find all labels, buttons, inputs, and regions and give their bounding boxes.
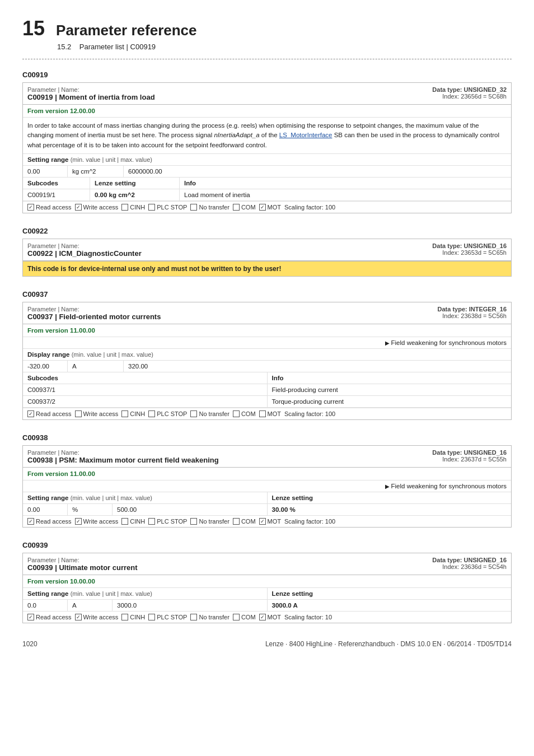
c00938-left: Setting range (min. value | unit | max. …: [23, 492, 268, 515]
c00919-datatype: Data type: UNSIGNED_32: [432, 86, 507, 93]
c00939-setting-range: Setting range (min. value | unit | max. …: [23, 588, 267, 600]
divider: [22, 59, 512, 59]
cb-cinh-c00939: CINH: [121, 614, 145, 620]
c00938-field-weakening: Field weakening for synchronous motors: [23, 480, 511, 492]
c00938-unit: %: [68, 504, 113, 515]
setting-range-parts: (min. value | unit | max. value): [71, 156, 152, 163]
info-header: Info: [180, 178, 511, 189]
c00937-name: C00937 | Field-oriented motor currents: [27, 312, 161, 321]
subtitle-text: Parameter list | C00919: [79, 43, 156, 51]
c00937-subcode-row-1: C00937/1 Field-producing current: [23, 384, 511, 396]
c00937-subcode-2: C00937/2: [23, 396, 268, 407]
page-subtitle: 15.2 Parameter list | C00919: [57, 43, 512, 51]
setting-range-parts-c00938: (min. value | unit | max. value): [71, 494, 152, 501]
field-weakening-link-c00938[interactable]: Field weakening for synchronous motors: [385, 483, 507, 489]
c00938-range-row: 0.00 % 500.00: [23, 504, 267, 515]
cb-cinh-c00937: CINH: [121, 410, 145, 417]
c00937-version-text: From version 11.00.00: [27, 327, 95, 334]
param-name-label-c00937: Parameter | Name:: [27, 306, 161, 312]
setting-range-label: Setting range: [27, 156, 68, 163]
field-weakening-link-c00937[interactable]: Field weakening for synchronous motors: [385, 339, 507, 346]
cb-write-access-c00938: ✓ Write access: [75, 518, 119, 525]
c00939-lenze-label: Lenze setting: [268, 588, 512, 600]
c00938-meta: Data type: UNSIGNED_16 Index: 23637d = 5…: [432, 449, 507, 463]
c00939-datatype: Data type: UNSIGNED_16: [432, 557, 507, 563]
scaling-factor-c00939: Scaling factor: 10: [284, 614, 332, 620]
param-block-c00937: Parameter | Name: C00937 | Field-oriente…: [22, 302, 512, 420]
c00919-subcode: C00919/1: [23, 189, 90, 200]
c00938-min: 0.00: [23, 504, 68, 515]
c00938-access: ✓ Read access ✓ Write access CINH PLC ST…: [23, 515, 511, 527]
c00939-version-text: From version 10.00.00: [27, 578, 95, 585]
c00922-warning: This code is for device-internal use onl…: [23, 261, 511, 276]
c00919-lenze: 0.00 kg cm^2: [90, 189, 180, 200]
param-name-label: Parameter | Name:: [27, 86, 155, 93]
c00939-range-row: 0.0 A 3000.0: [23, 600, 267, 611]
subcodes-header-c00937: Subcodes: [23, 372, 268, 384]
cb-mot-c00939: ✓ MOT: [259, 614, 281, 620]
section-label-c00939: C00939: [22, 541, 512, 549]
c00938-version-text: From version 11.00.00: [27, 470, 95, 477]
c00919-index: Index: 23656d = 5C68h: [432, 93, 507, 100]
subtitle-section: 15.2: [57, 43, 71, 51]
cb-no-transfer-c00939: No transfer: [190, 614, 229, 620]
c00937-min: -320.00: [23, 361, 68, 372]
scaling-factor-c00938: Scaling factor: 100: [284, 518, 335, 525]
display-range-parts: (min. value | unit | max. value): [72, 351, 153, 358]
ls-motorinterface-link[interactable]: LS_MotorInterface: [279, 132, 332, 138]
c00937-info-2: Torque-producing current: [268, 396, 512, 407]
cb-no-transfer-c00937: No transfer: [190, 410, 229, 417]
c00938-version: From version 11.00.00: [23, 468, 511, 480]
c00922-name: C00922 | ICM_DiagnosticCounter: [27, 249, 142, 258]
cb-com: COM: [233, 204, 256, 211]
c00937-unit: A: [68, 361, 124, 372]
cb-read-access-c00939: ✓ Read access: [27, 614, 72, 620]
c00937-index: Index: 23638d = 5C56h: [438, 312, 507, 319]
cb-read-access-c00938: ✓ Read access: [27, 518, 72, 525]
c00937-access: ✓ Read access Write access CINH PLC STOP…: [23, 408, 511, 419]
param-name-label-c00938: Parameter | Name:: [27, 449, 219, 456]
c00937-range-row: -320.00 A 320.00: [23, 361, 511, 372]
c00939-two-col: Setting range (min. value | unit | max. …: [23, 588, 511, 611]
section-label-c00919: C00919: [22, 71, 512, 79]
c00919-version-text: From version 12.00.00: [27, 108, 95, 114]
subcodes-header: Subcodes: [23, 178, 90, 189]
cb-write-access-c00937: Write access: [75, 410, 119, 417]
c00922-datatype: Data type: UNSIGNED_16: [432, 242, 507, 249]
cb-read-access: ✓ Read access: [27, 204, 72, 211]
cb-plc-stop-c00937: PLC STOP: [148, 410, 187, 417]
c00939-access: ✓ Read access ✓ Write access CINH PLC ST…: [23, 611, 511, 623]
c00919-min: 0.00: [23, 166, 68, 177]
lenze-setting-header: Lenze setting: [90, 178, 180, 189]
scaling-factor: Scaling factor: 100: [284, 204, 335, 211]
c00939-left: Setting range (min. value | unit | max. …: [23, 588, 268, 611]
param-block-c00939: Parameter | Name: C00939 | Ultimate moto…: [22, 553, 512, 623]
cb-read-access-c00937: ✓ Read access: [27, 410, 72, 417]
param-header-c00922: Parameter | Name: C00922 | ICM_Diagnosti…: [23, 239, 511, 261]
c00939-max: 3000.0: [113, 600, 267, 611]
c00939-index: Index: 23636d = 5C54h: [432, 563, 507, 570]
c00919-version: From version 12.00.00: [23, 105, 511, 118]
c00937-subcode-row-2: C00937/2 Torque-producing current: [23, 396, 511, 408]
c00919-info: Load moment of inertia: [180, 189, 511, 200]
c00937-version: From version 11.00.00: [23, 324, 511, 337]
param-block-c00938: Parameter | Name: C00938 | PSM: Maximum …: [22, 445, 512, 528]
section-label-c00938: C00938: [22, 433, 512, 442]
display-range-label: Display range: [27, 351, 69, 358]
setting-range-label-c00938: Setting range: [27, 494, 68, 501]
c00919-range-row: 0.00 kg cm^2 6000000.00: [23, 166, 511, 178]
cb-mot-c00938: ✓ MOT: [259, 518, 281, 525]
c00922-index: Index: 23653d = 5C65h: [432, 249, 507, 256]
c00919-subcodes-header-row: Subcodes Lenze setting Info: [23, 178, 511, 189]
page-title: Parameter reference: [56, 22, 197, 39]
cb-plc-stop: PLC STOP: [148, 204, 187, 211]
c00939-name: C00939 | Ultimate motor current: [27, 563, 138, 572]
param-block-c00919: Parameter | Name: C00919 | Moment of ine…: [22, 82, 512, 213]
info-header-c00937: Info: [268, 372, 512, 384]
cb-no-transfer: No transfer: [190, 204, 229, 211]
page-header: 15 Parameter reference: [22, 17, 512, 40]
cb-plc-stop-c00939: PLC STOP: [148, 614, 187, 620]
c00939-version: From version 10.00.00: [23, 575, 511, 588]
c00938-right: Lenze setting 30.00 %: [268, 492, 512, 515]
c00939-meta: Data type: UNSIGNED_16 Index: 23636d = 5…: [432, 557, 507, 570]
